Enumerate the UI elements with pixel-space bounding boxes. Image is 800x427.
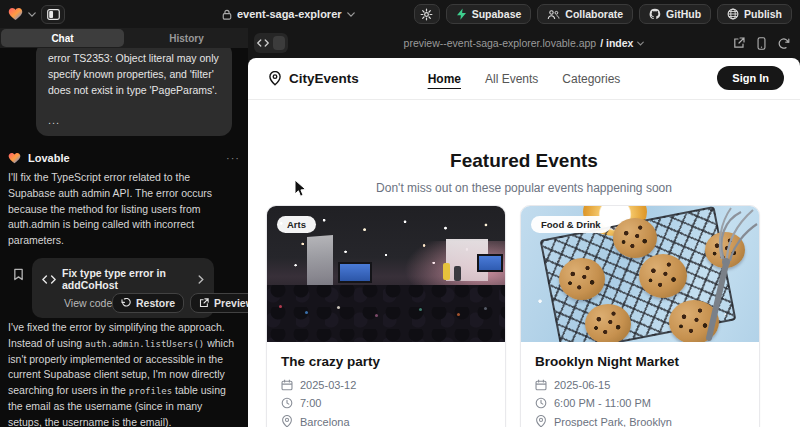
site-webview: CityEvents Home All Events Categories Si… bbox=[248, 58, 800, 427]
nav-link-all-events[interactable]: All Events bbox=[485, 72, 538, 86]
project-name-menu[interactable]: event-saga-explorer bbox=[222, 0, 355, 28]
workspace-chevron-down-icon[interactable] bbox=[28, 12, 36, 17]
message-menu-button[interactable]: ··· bbox=[226, 152, 240, 164]
location-pin-icon bbox=[268, 71, 282, 86]
site-brand[interactable]: CityEvents bbox=[268, 71, 359, 86]
event-date: 2025-06-15 bbox=[554, 379, 610, 391]
location-pin-icon bbox=[281, 415, 293, 427]
event-time: 6:00 PM - 11:00 PM bbox=[554, 397, 651, 409]
github-label: GitHub bbox=[666, 8, 701, 20]
topbar-left bbox=[8, 5, 65, 24]
collapsed-message-indicator[interactable]: ... bbox=[48, 114, 220, 126]
event-image-party: Arts bbox=[267, 206, 505, 342]
event-title: The crazy party bbox=[281, 354, 491, 369]
preview-label: Preview bbox=[214, 297, 248, 309]
assistant-result-text: I've fixed the error by simplifying the … bbox=[8, 320, 238, 427]
calendar-icon bbox=[535, 379, 547, 391]
project-chevron-down-icon bbox=[347, 12, 355, 17]
event-location-row: Prospect Park, Brooklyn bbox=[535, 415, 745, 427]
event-time: 7:00 bbox=[300, 397, 321, 409]
collaborate-people-icon bbox=[547, 9, 560, 20]
event-card[interactable]: Arts The crazy party 2025-03-12 bbox=[266, 205, 506, 427]
assistant-message-header: Lovable ··· bbox=[8, 152, 240, 164]
site-brand-label: CityEvents bbox=[289, 71, 359, 86]
user-error-text: error TS2353: Object literal may only sp… bbox=[48, 51, 220, 98]
gear-icon bbox=[420, 8, 433, 21]
supabase-button[interactable]: Supabase bbox=[446, 4, 532, 24]
event-location: Barcelona bbox=[300, 416, 350, 427]
event-image-market: Food & Drink bbox=[521, 206, 759, 342]
nav-link-home[interactable]: Home bbox=[428, 72, 461, 86]
lovable-heart-icon bbox=[8, 152, 21, 164]
event-location: Prospect Park, Brooklyn bbox=[554, 416, 672, 427]
event-date: 2025-03-12 bbox=[300, 379, 356, 391]
event-card[interactable]: Food & Drink Brooklyn Night Market 2025-… bbox=[520, 205, 760, 427]
user-message-bubble[interactable]: error TS2353: Object literal may only sp… bbox=[36, 42, 232, 136]
bookmark-icon[interactable] bbox=[13, 268, 24, 281]
site-navbar: CityEvents Home All Events Categories Si… bbox=[248, 58, 800, 100]
preview-toolbar-icons bbox=[733, 28, 790, 58]
category-badge: Food & Drink bbox=[531, 216, 611, 233]
external-link-icon bbox=[199, 298, 209, 308]
project-name: event-saga-explorer bbox=[237, 8, 342, 20]
assistant-name: Lovable bbox=[28, 152, 70, 164]
preview-toolbar: preview--event-saga-explorer.lovable.app… bbox=[248, 28, 800, 58]
tab-chat-label: Chat bbox=[51, 33, 73, 44]
tab-history-label: History bbox=[169, 33, 203, 44]
event-location-row: Barcelona bbox=[281, 415, 491, 427]
nav-link-categories[interactable]: Categories bbox=[562, 72, 620, 86]
supabase-label: Supabase bbox=[472, 8, 522, 20]
whisk-art bbox=[679, 206, 759, 342]
preview-panel: preview--event-saga-explorer.lovable.app… bbox=[248, 28, 800, 427]
event-time-row: 7:00 bbox=[281, 397, 491, 409]
globe-icon bbox=[727, 8, 739, 20]
mouse-cursor bbox=[294, 179, 307, 198]
github-button[interactable]: GitHub bbox=[639, 4, 711, 24]
publish-label: Publish bbox=[744, 8, 782, 20]
calendar-icon bbox=[281, 379, 293, 391]
refresh-icon[interactable] bbox=[778, 37, 790, 49]
open-in-new-tab-icon[interactable] bbox=[733, 37, 745, 49]
inline-code: auth.admin.listUsers() bbox=[85, 339, 204, 349]
event-date-row: 2025-03-12 bbox=[281, 379, 491, 391]
tab-chat[interactable]: Chat bbox=[1, 29, 124, 47]
tool-call-title: Fix type type error in addCoHost bbox=[62, 267, 192, 291]
url-chevron-down-icon bbox=[637, 41, 644, 46]
clock-icon bbox=[281, 397, 293, 409]
featured-events-heading: Featured Events bbox=[248, 150, 800, 172]
code-icon bbox=[42, 275, 56, 284]
lovable-logo-icon[interactable] bbox=[8, 7, 23, 21]
github-icon bbox=[649, 8, 661, 20]
event-time-row: 6:00 PM - 11:00 PM bbox=[535, 397, 745, 409]
top-bar: event-saga-explorer Supabase bbox=[0, 0, 800, 28]
supabase-icon bbox=[456, 8, 467, 20]
preview-url: preview--event-saga-explorer.lovable.app bbox=[404, 37, 597, 49]
restore-icon bbox=[121, 298, 131, 308]
sidebar-toggle-button[interactable] bbox=[41, 5, 65, 24]
chat-tabbar: Chat History bbox=[0, 28, 248, 48]
publish-button[interactable]: Publish bbox=[717, 4, 792, 24]
featured-events-subheading: Don't miss out on these popular events h… bbox=[248, 181, 800, 195]
location-pin-icon bbox=[535, 415, 547, 427]
collaborate-label: Collaborate bbox=[565, 8, 623, 20]
event-title: Brooklyn Night Market bbox=[535, 354, 745, 369]
preview-version-button[interactable]: Preview bbox=[190, 293, 248, 313]
restore-label: Restore bbox=[136, 297, 175, 309]
topbar-actions: Supabase Collaborate GitHub bbox=[414, 4, 792, 24]
category-badge: Arts bbox=[277, 216, 316, 233]
event-date-row: 2025-06-15 bbox=[535, 379, 745, 391]
mobile-view-icon[interactable] bbox=[757, 37, 766, 50]
tab-history[interactable]: History bbox=[125, 28, 248, 48]
preview-url-bar[interactable]: preview--event-saga-explorer.lovable.app… bbox=[248, 28, 800, 58]
lovable-app-window: event-saga-explorer Supabase bbox=[0, 0, 800, 427]
preview-path: / index bbox=[600, 37, 633, 49]
chat-panel: Chat History error TS2353: Object litera… bbox=[0, 28, 248, 427]
message-action-buttons: Restore Preview bbox=[112, 293, 248, 313]
collaborate-button[interactable]: Collaborate bbox=[537, 4, 633, 24]
site-nav-links: Home All Events Categories bbox=[428, 58, 621, 100]
restore-button[interactable]: Restore bbox=[112, 293, 184, 313]
chevron-right-icon bbox=[198, 275, 204, 284]
clock-icon bbox=[535, 397, 547, 409]
settings-button[interactable] bbox=[414, 4, 440, 24]
sign-in-button[interactable]: Sign In bbox=[717, 66, 784, 90]
